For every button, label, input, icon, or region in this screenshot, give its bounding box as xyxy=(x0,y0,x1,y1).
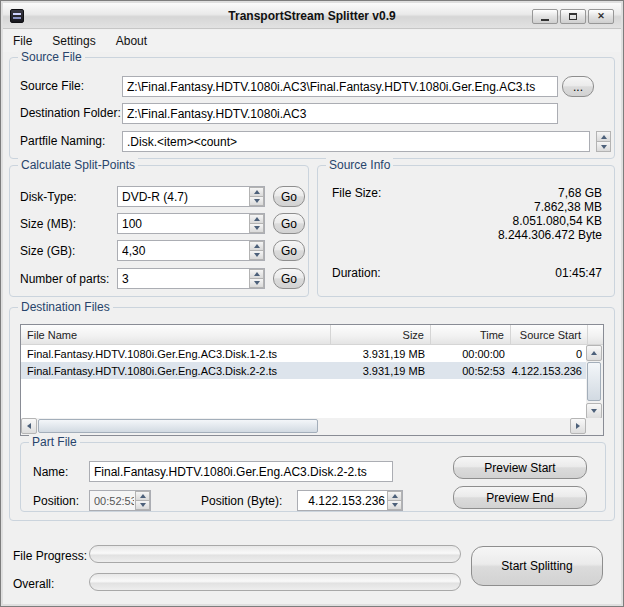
scroll-down-button[interactable] xyxy=(586,403,602,419)
column-header-source-start[interactable]: Source Start xyxy=(511,325,588,345)
menu-file[interactable]: File xyxy=(3,31,42,51)
file-size-byte-value: 8.244.306.472 Byte xyxy=(498,228,602,242)
scroll-right-button[interactable] xyxy=(570,418,586,434)
title-bar[interactable]: TransportStream Splitter v0.9 ✕ xyxy=(3,3,621,29)
size-gb-label: Size (GB): xyxy=(20,244,75,258)
spin-down-button[interactable] xyxy=(249,279,264,288)
arrow-up-icon xyxy=(254,217,260,221)
spin-up-button[interactable] xyxy=(249,269,264,279)
destination-folder-input[interactable] xyxy=(122,103,558,124)
vertical-scroll-thumb[interactable] xyxy=(587,362,601,401)
disk-type-value: DVD-R (4.7) xyxy=(122,187,248,206)
spin-up-button[interactable] xyxy=(387,491,402,501)
overall-progress-bar xyxy=(89,573,461,591)
part-name-label: Name: xyxy=(33,465,68,479)
maximize-button[interactable] xyxy=(560,9,586,24)
spin-down-button[interactable] xyxy=(135,501,150,510)
horizontal-scroll-thumb[interactable] xyxy=(38,419,318,433)
arrow-down-icon xyxy=(254,253,260,257)
close-button[interactable]: ✕ xyxy=(588,9,614,24)
arrow-up-icon xyxy=(254,190,260,194)
go-size-gb-button[interactable]: Go xyxy=(273,240,305,261)
parts-updown[interactable]: 3 xyxy=(117,268,265,289)
position-byte-updown[interactable]: 4.122.153.236 xyxy=(297,490,403,511)
spin-down-button[interactable] xyxy=(596,142,611,152)
partfile-naming-input[interactable] xyxy=(122,131,590,152)
go-disk-type-button[interactable]: Go xyxy=(273,186,305,207)
horizontal-scrollbar[interactable] xyxy=(21,418,586,435)
arrow-up-icon xyxy=(392,494,398,498)
file-size-kb-value: 8.051.080,54 KB xyxy=(513,214,602,228)
vertical-scrollbar[interactable] xyxy=(586,345,603,419)
arrow-down-icon xyxy=(392,503,398,507)
window-controls: ✕ xyxy=(532,9,614,24)
file-size-gb-value: 7,68 GB xyxy=(558,186,602,200)
parts-label: Number of parts: xyxy=(20,272,109,286)
table-row[interactable]: Final.Fantasy.HDTV.1080i.Ger.Eng.AC3.Dis… xyxy=(21,362,590,379)
browse-button[interactable]: ... xyxy=(562,76,594,97)
spin-up-button[interactable] xyxy=(596,131,611,142)
arrow-down-icon xyxy=(254,281,260,285)
spin-down-button[interactable] xyxy=(387,501,402,510)
go-parts-button[interactable]: Go xyxy=(273,268,305,289)
disk-type-label: Disk-Type: xyxy=(20,190,77,204)
arrow-right-icon xyxy=(576,423,580,429)
cell-time: 00:00:00 xyxy=(431,345,511,362)
column-header-file-name[interactable]: File Name xyxy=(21,325,331,345)
source-info-group: Source Info File Size: 7,68 GB 7.862,38 … xyxy=(317,165,615,297)
part-file-group-title: Part File xyxy=(29,435,80,449)
size-gb-value: 4,30 xyxy=(122,241,248,260)
size-mb-label: Size (MB): xyxy=(20,217,76,231)
position-value: 00:52:53 xyxy=(94,491,134,510)
arrow-up-icon xyxy=(254,244,260,248)
part-name-input[interactable] xyxy=(89,461,393,482)
window-title: TransportStream Splitter v0.9 xyxy=(3,9,621,23)
size-mb-value: 100 xyxy=(122,214,248,233)
position-byte-value: 4.122.153.236 xyxy=(302,491,385,510)
table-row[interactable]: Final.Fantasy.HDTV.1080i.Ger.Eng.AC3.Dis… xyxy=(21,345,590,362)
part-file-group: Part File Name: Position: 00:52:53 Posit… xyxy=(20,442,606,512)
spin-down-button[interactable] xyxy=(249,197,264,206)
minimize-icon xyxy=(541,19,549,21)
scrollbar-corner xyxy=(586,418,603,435)
spin-down-button[interactable] xyxy=(249,251,264,260)
position-updown[interactable]: 00:52:53 xyxy=(89,490,151,511)
split-points-group: Calculate Split-Points Disk-Type: DVD-R … xyxy=(9,165,309,297)
parts-spinner xyxy=(249,269,264,288)
spin-up-button[interactable] xyxy=(249,214,264,224)
source-file-input[interactable] xyxy=(122,76,558,97)
cell-size: 3.931,19 MB xyxy=(331,345,431,362)
size-mb-spinner xyxy=(249,214,264,233)
spin-down-button[interactable] xyxy=(249,224,264,233)
go-size-mb-button[interactable]: Go xyxy=(273,213,305,234)
position-byte-label: Position (Byte): xyxy=(201,494,282,508)
cell-file-name: Final.Fantasy.HDTV.1080i.Ger.Eng.AC3.Dis… xyxy=(21,362,331,379)
start-splitting-button[interactable]: Start Splitting xyxy=(471,546,603,586)
destination-files-table: File Name Size Time Source Start Final.F… xyxy=(20,324,604,436)
column-header-time[interactable]: Time xyxy=(431,325,511,345)
spin-up-button[interactable] xyxy=(249,187,264,197)
arrow-up-icon xyxy=(254,272,260,276)
scroll-left-button[interactable] xyxy=(21,418,37,434)
column-header-size[interactable]: Size xyxy=(331,325,431,345)
spin-up-button[interactable] xyxy=(135,491,150,501)
source-info-group-title: Source Info xyxy=(326,158,393,172)
overall-label: Overall: xyxy=(13,577,54,591)
size-gb-updown[interactable]: 4,30 xyxy=(117,240,265,261)
size-mb-updown[interactable]: 100 xyxy=(117,213,265,234)
menu-settings[interactable]: Settings xyxy=(42,31,105,51)
file-size-label: File Size: xyxy=(332,186,381,200)
minimize-button[interactable] xyxy=(532,9,558,24)
file-size-mb-value: 7.862,38 MB xyxy=(534,200,602,214)
cell-source-start: 0 xyxy=(511,345,588,362)
file-progress-bar xyxy=(89,545,461,563)
disk-type-updown[interactable]: DVD-R (4.7) xyxy=(117,186,265,207)
source-file-group-title: Source File xyxy=(18,50,85,64)
preview-start-button[interactable]: Preview Start xyxy=(453,456,587,479)
arrow-down-icon xyxy=(140,503,146,507)
menu-about[interactable]: About xyxy=(106,31,157,51)
preview-end-button[interactable]: Preview End xyxy=(453,486,587,509)
maximize-icon xyxy=(569,13,577,20)
scroll-up-button[interactable] xyxy=(586,345,602,361)
spin-up-button[interactable] xyxy=(249,241,264,251)
